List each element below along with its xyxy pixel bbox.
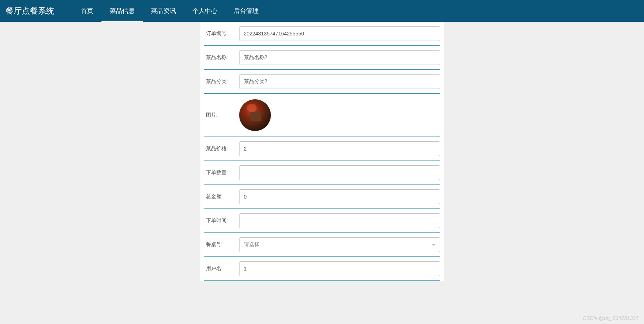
row-table-no: 餐桌号: 请选择	[204, 233, 440, 257]
label-order-no: 订单编号:	[204, 30, 239, 37]
input-username[interactable]	[239, 261, 440, 276]
label-table-no: 餐桌号:	[204, 241, 239, 248]
input-dish-price[interactable]	[239, 141, 440, 156]
label-username: 用户名:	[204, 265, 239, 272]
label-order-time: 下单时间:	[204, 217, 239, 224]
row-image: 图片:	[204, 94, 440, 137]
watermark: CSDN @qq_834251331	[583, 315, 638, 321]
main-container: 订单编号: 菜品名称: 菜品分类: 图片: 菜品价格: 下单数量: 总金额:	[0, 22, 644, 281]
nav: 首页 菜品信息 菜品资讯 个人中心 后台管理	[73, 0, 267, 22]
label-image: 图片:	[204, 112, 239, 118]
row-order-time: 下单时间:	[204, 209, 440, 233]
nav-dish-info[interactable]: 菜品信息	[101, 0, 143, 22]
form-panel: 订单编号: 菜品名称: 菜品分类: 图片: 菜品价格: 下单数量: 总金额:	[200, 22, 444, 281]
row-dish-name: 菜品名称:	[204, 46, 440, 70]
nav-user-center[interactable]: 个人中心	[184, 0, 225, 22]
label-dish-name: 菜品名称:	[204, 54, 239, 61]
input-total-amount[interactable]	[239, 189, 440, 204]
label-dish-category: 菜品分类:	[204, 78, 239, 85]
row-total-amount: 总金额:	[204, 185, 440, 209]
nav-admin[interactable]: 后台管理	[225, 0, 267, 22]
select-placeholder: 请选择	[244, 241, 259, 248]
input-order-qty[interactable]	[239, 165, 440, 180]
input-order-no[interactable]	[239, 26, 440, 41]
site-title: 餐厅点餐系统	[6, 6, 54, 17]
label-total-amount: 总金额:	[204, 193, 239, 200]
input-dish-category[interactable]	[239, 74, 440, 89]
nav-dish-news[interactable]: 菜品资讯	[143, 0, 184, 22]
row-order-no: 订单编号:	[204, 22, 440, 46]
label-order-qty: 下单数量:	[204, 169, 239, 176]
select-table-no[interactable]: 请选择	[239, 237, 440, 252]
food-image[interactable]	[239, 99, 271, 131]
row-dish-category: 菜品分类:	[204, 70, 440, 94]
header: 餐厅点餐系统 首页 菜品信息 菜品资讯 个人中心 后台管理	[0, 0, 644, 22]
chevron-down-icon	[432, 244, 435, 246]
input-dish-name[interactable]	[239, 50, 440, 65]
nav-home[interactable]: 首页	[73, 0, 101, 22]
row-dish-price: 菜品价格:	[204, 137, 440, 161]
row-username: 用户名:	[204, 257, 440, 281]
input-order-time[interactable]	[239, 213, 440, 228]
label-dish-price: 菜品价格:	[204, 145, 239, 152]
row-order-qty: 下单数量:	[204, 161, 440, 185]
